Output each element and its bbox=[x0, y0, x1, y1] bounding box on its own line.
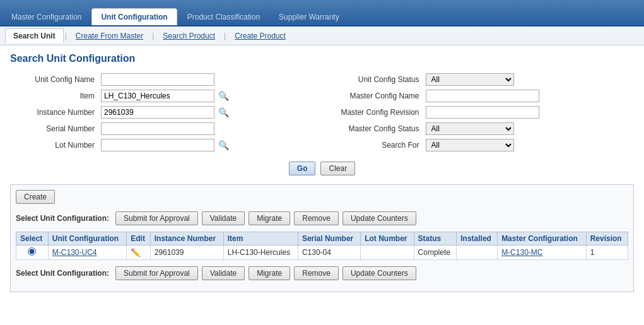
label-master-config-name: Master Config Name bbox=[335, 92, 423, 100]
field-row-master-config-name: Master Config Name bbox=[335, 90, 635, 102]
col-header-item: Item bbox=[223, 232, 298, 245]
action-bar-bottom-label: Select Unit Configuration: bbox=[16, 269, 109, 278]
update-counters-button-bottom[interactable]: Update Counters bbox=[342, 266, 416, 280]
clear-button[interactable]: Clear bbox=[320, 162, 355, 175]
sub-tab-create-product[interactable]: Create Product bbox=[227, 29, 293, 43]
label-unit-config-status: Unit Config Status bbox=[335, 75, 423, 84]
tab-product-classification[interactable]: Product Classification bbox=[179, 9, 269, 25]
field-row-master-config-revision: Master Config Revision bbox=[335, 106, 635, 119]
label-search-for: Search For bbox=[335, 141, 423, 150]
remove-button-bottom[interactable]: Remove bbox=[294, 266, 339, 280]
unit-config-link[interactable]: M-C130-UC4 bbox=[52, 248, 97, 257]
row-radio-select[interactable] bbox=[28, 247, 36, 256]
submit-approval-button-bottom[interactable]: Submit for Approval bbox=[115, 266, 198, 280]
col-header-installed: Installed bbox=[457, 232, 498, 245]
table-row: M-C130-UC4 ✏️ 2961039 LH-C130-Hercules C… bbox=[16, 245, 628, 260]
results-area: Create Select Unit Configuration: Submit… bbox=[10, 184, 634, 292]
go-button[interactable]: Go bbox=[289, 162, 316, 175]
search-form: Unit Config Name Item 🔍 Instance Number … bbox=[10, 73, 634, 153]
field-row-lot-number: Lot Number 🔍 bbox=[10, 139, 310, 151]
cell-instance-number: 2961039 bbox=[150, 245, 223, 260]
form-buttons-row: Go Clear bbox=[10, 162, 634, 175]
results-table: Select Unit Configuration Edit Instance … bbox=[16, 232, 628, 260]
field-row-serial-number: Serial Number bbox=[10, 122, 310, 135]
table-header-row: Select Unit Configuration Edit Instance … bbox=[16, 232, 628, 245]
instance-number-search-icon[interactable]: 🔍 bbox=[218, 107, 229, 117]
select-unit-config-status[interactable]: All Active Inactive Complete bbox=[426, 73, 514, 86]
cell-edit: ✏️ bbox=[127, 245, 151, 260]
field-row-unit-config-status: Unit Config Status All Active Inactive C… bbox=[335, 73, 635, 86]
edit-pencil-icon[interactable]: ✏️ bbox=[131, 248, 141, 257]
master-config-link[interactable]: M-C130-MC bbox=[501, 248, 542, 257]
input-item[interactable] bbox=[101, 90, 214, 102]
col-header-serial-number: Serial Number bbox=[298, 232, 360, 245]
submit-approval-button-top[interactable]: Submit for Approval bbox=[115, 211, 198, 225]
field-row-unit-config-name: Unit Config Name bbox=[10, 73, 310, 86]
sub-tab-create-from-master[interactable]: Create From Master bbox=[68, 29, 151, 43]
label-master-config-revision: Master Config Revision bbox=[335, 108, 423, 117]
input-lot-number[interactable] bbox=[101, 139, 214, 151]
update-counters-button-top[interactable]: Update Counters bbox=[342, 211, 416, 225]
cell-revision: 1 bbox=[586, 245, 628, 260]
sub-tab-search-unit[interactable]: Search Unit bbox=[5, 28, 64, 43]
cell-status: Complete bbox=[414, 245, 457, 260]
create-button[interactable]: Create bbox=[16, 190, 55, 204]
col-header-instance-number: Instance Number bbox=[150, 232, 223, 245]
page-title: Search Unit Configuration bbox=[10, 53, 634, 64]
lot-number-search-icon[interactable]: 🔍 bbox=[218, 140, 229, 150]
col-header-select: Select bbox=[16, 232, 49, 245]
field-row-master-config-status: Master Config Status All Active Inactive bbox=[335, 122, 635, 135]
action-bar-top: Select Unit Configuration: Submit for Ap… bbox=[16, 209, 628, 228]
col-header-revision: Revision bbox=[586, 232, 628, 245]
cell-item: LH-C130-Hercules bbox=[223, 245, 298, 260]
cell-lot-number bbox=[361, 245, 414, 260]
create-row: Create bbox=[16, 190, 628, 204]
nav-divider-2: | bbox=[152, 32, 154, 40]
remove-button-top[interactable]: Remove bbox=[294, 211, 339, 225]
col-header-master-configuration: Master Configuration bbox=[498, 232, 587, 245]
cell-select bbox=[16, 245, 49, 260]
sub-navigation: Search Unit | Create From Master | Searc… bbox=[0, 27, 644, 45]
field-row-search-for: Search For All Units Products bbox=[335, 139, 635, 151]
cell-installed bbox=[457, 245, 498, 260]
item-search-icon[interactable]: 🔍 bbox=[218, 91, 229, 101]
field-row-instance-number: Instance Number 🔍 bbox=[10, 106, 310, 119]
form-right: Unit Config Status All Active Inactive C… bbox=[335, 73, 635, 153]
label-master-config-status: Master Config Status bbox=[335, 124, 423, 133]
input-master-config-revision[interactable] bbox=[426, 106, 539, 119]
validate-button-top[interactable]: Validate bbox=[202, 211, 245, 225]
input-master-config-name[interactable] bbox=[426, 90, 539, 102]
col-header-status: Status bbox=[414, 232, 457, 245]
label-serial-number: Serial Number bbox=[10, 124, 98, 133]
cell-serial-number: C130-04 bbox=[298, 245, 360, 260]
input-serial-number[interactable] bbox=[101, 122, 214, 135]
page-content: Search Unit Configuration Unit Config Na… bbox=[0, 45, 644, 300]
migrate-button-bottom[interactable]: Migrate bbox=[249, 266, 290, 280]
validate-button-bottom[interactable]: Validate bbox=[202, 266, 245, 280]
label-lot-number: Lot Number bbox=[10, 141, 98, 150]
field-row-item: Item 🔍 bbox=[10, 90, 310, 102]
select-search-for[interactable]: All Units Products bbox=[426, 139, 514, 151]
action-bar-bottom: Select Unit Configuration: Submit for Ap… bbox=[16, 264, 628, 283]
form-left: Unit Config Name Item 🔍 Instance Number … bbox=[10, 73, 310, 153]
label-item: Item bbox=[10, 92, 98, 100]
cell-master-config: M-C130-MC bbox=[498, 245, 587, 260]
label-unit-config-name: Unit Config Name bbox=[10, 75, 98, 84]
cell-unit-config: M-C130-UC4 bbox=[48, 245, 126, 260]
action-bar-top-label: Select Unit Configuration: bbox=[16, 214, 109, 223]
input-instance-number[interactable] bbox=[101, 106, 214, 119]
input-unit-config-name[interactable] bbox=[101, 73, 214, 86]
tab-unit-configuration[interactable]: Unit Configuration bbox=[91, 8, 177, 25]
col-header-edit: Edit bbox=[127, 232, 151, 245]
col-header-unit-configuration: Unit Configuration bbox=[48, 232, 126, 245]
tab-master-configuration[interactable]: Master Configuration bbox=[3, 9, 90, 25]
col-header-lot-number: Lot Number bbox=[361, 232, 414, 245]
tab-supplier-warranty[interactable]: Supplier Warranty bbox=[270, 9, 348, 25]
nav-divider-3: | bbox=[224, 32, 226, 40]
nav-divider-1: | bbox=[65, 32, 67, 40]
sub-tab-search-product[interactable]: Search Product bbox=[155, 29, 223, 43]
migrate-button-top[interactable]: Migrate bbox=[249, 211, 290, 225]
select-master-config-status[interactable]: All Active Inactive bbox=[426, 122, 514, 135]
top-navigation: Master Configuration Unit Configuration … bbox=[0, 0, 644, 27]
label-instance-number: Instance Number bbox=[10, 108, 98, 117]
